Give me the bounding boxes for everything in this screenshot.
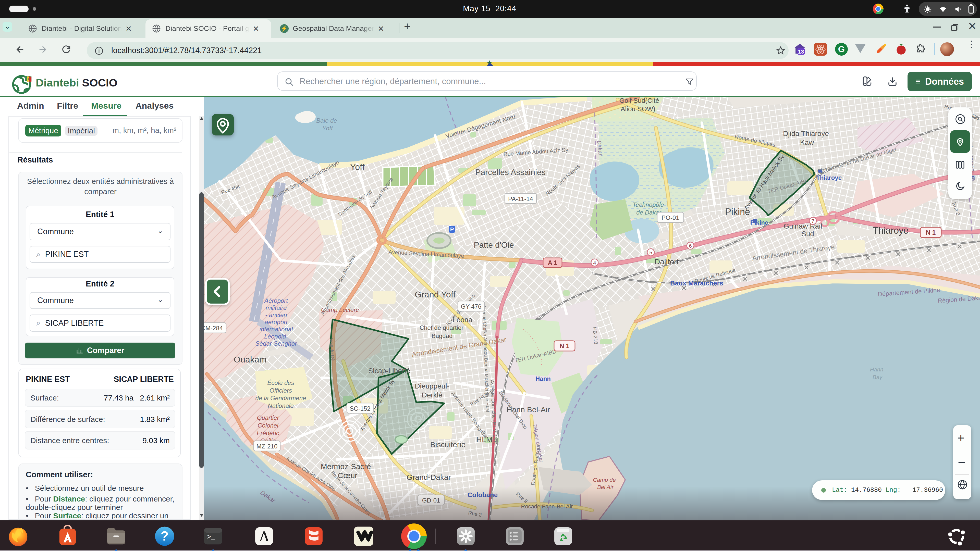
svg-text:Thiaroye: Thiaroye bbox=[873, 225, 908, 236]
svg-text:Sud: Sud bbox=[801, 230, 814, 238]
svg-text:★: ★ bbox=[27, 78, 29, 80]
svg-text:13: 13 bbox=[798, 48, 804, 55]
svg-text:Djida Thiaroye: Djida Thiaroye bbox=[783, 130, 829, 138]
svg-text:PO-01: PO-01 bbox=[662, 214, 679, 221]
svg-text:Yoff: Yoff bbox=[322, 125, 333, 132]
svg-text:international: international bbox=[259, 326, 293, 333]
svg-text:7: 7 bbox=[811, 218, 814, 224]
svg-text:Guinaw Rail: Guinaw Rail bbox=[784, 222, 822, 230]
svg-text:École des: École des bbox=[267, 380, 294, 386]
svg-text:Léopold-: Léopold- bbox=[264, 333, 288, 340]
svg-text:Biscuiterie: Biscuiterie bbox=[430, 440, 466, 449]
svg-text:Aéroport: Aéroport bbox=[264, 297, 288, 304]
svg-text:aeroport: aeroport bbox=[265, 319, 288, 326]
svg-text:Nationale: Nationale bbox=[268, 402, 293, 409]
svg-text:?: ? bbox=[161, 529, 169, 543]
svg-text:de la Gendarmerie: de la Gendarmerie bbox=[256, 395, 306, 402]
svg-text:Officiers: Officiers bbox=[269, 387, 292, 394]
svg-text:Camp de: Camp de bbox=[593, 477, 616, 483]
svg-text:Chef de quartier: Chef de quartier bbox=[420, 324, 463, 331]
svg-text:Mermoz-Sacré-: Mermoz-Sacré- bbox=[321, 462, 374, 471]
svg-text:5: 5 bbox=[649, 250, 652, 256]
svg-text:4: 4 bbox=[593, 260, 596, 265]
svg-text:Ouakam: Ouakam bbox=[234, 354, 267, 364]
svg-text:N 1: N 1 bbox=[560, 342, 570, 349]
svg-text:6: 6 bbox=[689, 243, 692, 249]
svg-text:KM-284: KM-284 bbox=[204, 325, 223, 332]
svg-text:Kaw: Kaw bbox=[800, 138, 814, 146]
svg-text:GY-476: GY-476 bbox=[461, 303, 482, 310]
svg-text:>_: >_ bbox=[207, 534, 215, 541]
svg-text:Sédar-Senghor: Sédar-Senghor bbox=[256, 340, 297, 347]
svg-text:Golf Sud(Cité: Golf Sud(Cité bbox=[619, 97, 659, 104]
svg-text:Patte d'Oie: Patte d'Oie bbox=[474, 240, 514, 249]
svg-text:Grand Yoff: Grand Yoff bbox=[415, 289, 456, 299]
svg-text:PA-11-14: PA-11-14 bbox=[508, 195, 533, 202]
svg-text:Technopôle: Technopôle bbox=[632, 201, 664, 208]
svg-text:Baie de: Baie de bbox=[316, 117, 337, 124]
svg-text:A 1: A 1 bbox=[548, 259, 557, 266]
svg-text:Hann: Hann bbox=[870, 366, 883, 373]
svg-text:Quartier: Quartier bbox=[257, 414, 280, 421]
svg-text:- ancien: - ancien bbox=[265, 311, 287, 318]
svg-text:P: P bbox=[450, 226, 454, 233]
svg-text:militaire: militaire bbox=[266, 304, 287, 311]
svg-text:Frédéric: Frédéric bbox=[257, 430, 279, 437]
svg-text:Bay: Bay bbox=[873, 374, 883, 380]
svg-text:Parcelles Assainies: Parcelles Assainies bbox=[475, 168, 546, 177]
svg-text:Grand-Dakar: Grand-Dakar bbox=[407, 473, 451, 481]
svg-text:Sicap-Liberté: Sicap-Liberté bbox=[368, 367, 410, 375]
svg-text:Dieuppeul-: Dieuppeul- bbox=[415, 382, 449, 390]
svg-text:N 1: N 1 bbox=[926, 229, 936, 236]
svg-text:Derklé: Derklé bbox=[422, 391, 442, 399]
svg-text:Dalifort: Dalifort bbox=[654, 257, 679, 266]
svg-text:Hann: Hann bbox=[535, 375, 551, 382]
svg-text:Aliou SOW): Aliou SOW) bbox=[620, 105, 655, 113]
svg-text:Colonel: Colonel bbox=[258, 422, 278, 429]
svg-text:MZ-210: MZ-210 bbox=[256, 443, 278, 450]
svg-text:Bagdad: Bagdad bbox=[431, 332, 453, 339]
svg-text:SC-152: SC-152 bbox=[350, 405, 370, 412]
svg-text:Thiaroye: Thiaroye bbox=[816, 174, 842, 181]
svg-text:Yoff: Yoff bbox=[350, 162, 365, 171]
